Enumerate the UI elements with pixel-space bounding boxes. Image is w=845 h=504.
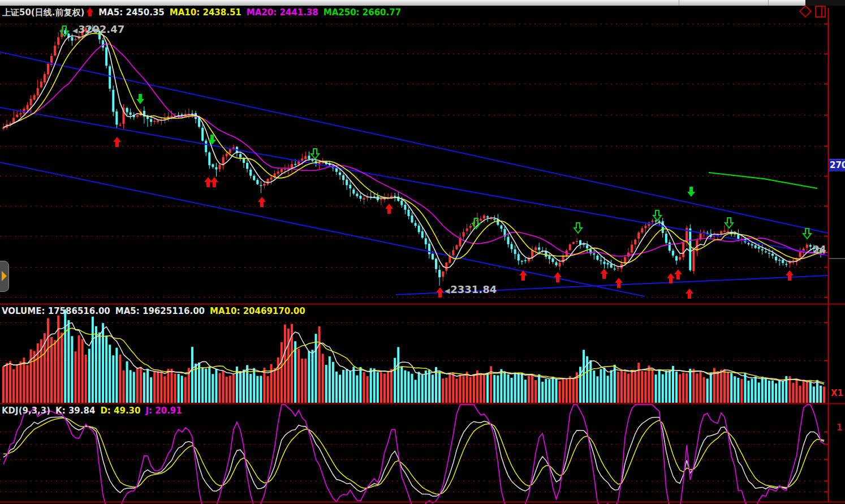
symbol-title: 上证50(日线.前复权) xyxy=(2,7,84,18)
kdj-indicator-name: KDJ(9,3,3) xyxy=(2,406,50,416)
peak-price-label: ◀3202.47 xyxy=(72,23,124,35)
peak-price-text: 3202.47 xyxy=(78,23,124,35)
low-price-label: ◀2331.84 xyxy=(445,283,497,295)
ma5-value: MA5: 2450.35 xyxy=(98,7,165,18)
volume-unit-label: X1 xyxy=(831,388,843,398)
sidebar-expand-handle[interactable] xyxy=(0,261,9,292)
kdj-scale-label: 1 xyxy=(837,423,842,433)
last-price-label: 24 xyxy=(813,244,828,255)
volume-value: VOLUME: 17586516.00 xyxy=(2,306,110,316)
window-controls xyxy=(801,5,826,18)
kdj-k-value: K: 39.84 xyxy=(55,406,95,416)
chart-canvas[interactable] xyxy=(0,0,845,504)
price-tag-icon: ◀ xyxy=(72,27,77,35)
kdj-j-value: J: 20.91 xyxy=(146,406,182,416)
volume-ma5-value: MA5: 19625116.00 xyxy=(115,306,205,316)
expand-arrow-icon xyxy=(2,271,7,281)
main-chart-header: 上证50(日线.前复权)MA5: 2450.35MA10: 2438.51MA2… xyxy=(2,6,406,18)
kdj-panel-header: KDJ(9,3,3)K: 39.84D: 49.30J: 20.91 xyxy=(2,406,187,416)
trend-up-icon xyxy=(87,7,93,16)
kdj-d-value: D: 49.30 xyxy=(100,406,140,416)
price-tag-icon: ◀ xyxy=(445,287,450,295)
ma20-value: MA20: 2441.38 xyxy=(247,7,318,18)
volume-ma10-value: MA10: 20469170.00 xyxy=(210,306,305,316)
ma10-value: MA10: 2438.51 xyxy=(170,7,242,18)
trading-app-window: 上证50(日线.前复权)MA5: 2450.35MA10: 2438.51MA2… xyxy=(0,0,845,504)
ma250-value: MA250: 2660.77 xyxy=(324,7,401,18)
split-window-icon[interactable] xyxy=(815,6,826,18)
volume-panel-header: VOLUME: 17586516.00MA5: 19625116.00MA10:… xyxy=(2,306,311,316)
diamond-icon[interactable] xyxy=(799,5,812,18)
price-axis-badge: 270 xyxy=(829,159,845,171)
low-price-text: 2331.84 xyxy=(450,283,497,295)
